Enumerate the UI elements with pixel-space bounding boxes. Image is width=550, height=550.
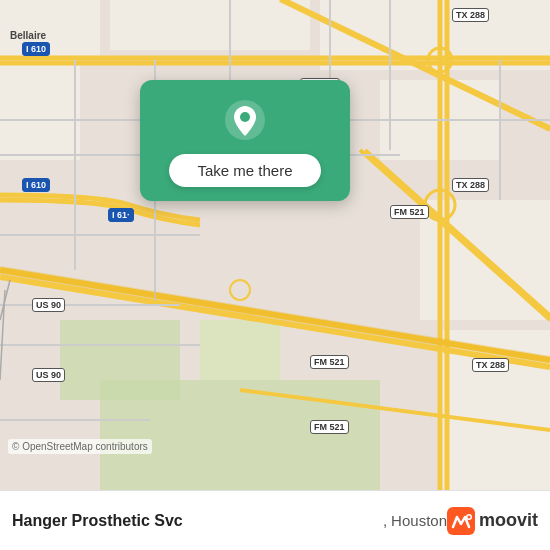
moovit-logo: moovit <box>447 507 538 535</box>
svg-rect-3 <box>200 320 280 380</box>
moovit-logo-icon <box>447 507 475 535</box>
svg-rect-33 <box>447 507 475 535</box>
separator: , <box>383 512 387 529</box>
svg-rect-2 <box>100 380 380 490</box>
location-name: Hanger Prosthetic Svc <box>12 512 379 530</box>
bottom-bar: Hanger Prosthetic Svc , Houston moovit <box>0 490 550 550</box>
moovit-brand-text: moovit <box>479 510 538 531</box>
svg-rect-7 <box>0 60 80 160</box>
location-card: Take me there <box>140 80 350 201</box>
copyright-text: © OpenStreetMap contributors <box>8 439 152 454</box>
svg-rect-4 <box>0 0 100 60</box>
svg-rect-5 <box>110 0 310 50</box>
svg-point-35 <box>467 515 470 518</box>
map-container: Bellaire I 610 I 610 I 61· I 610 US 90A … <box>0 0 550 490</box>
take-me-there-button[interactable]: Take me there <box>169 154 320 187</box>
location-city: Houston <box>391 512 447 529</box>
location-pin-icon <box>223 98 267 142</box>
svg-point-32 <box>240 112 250 122</box>
